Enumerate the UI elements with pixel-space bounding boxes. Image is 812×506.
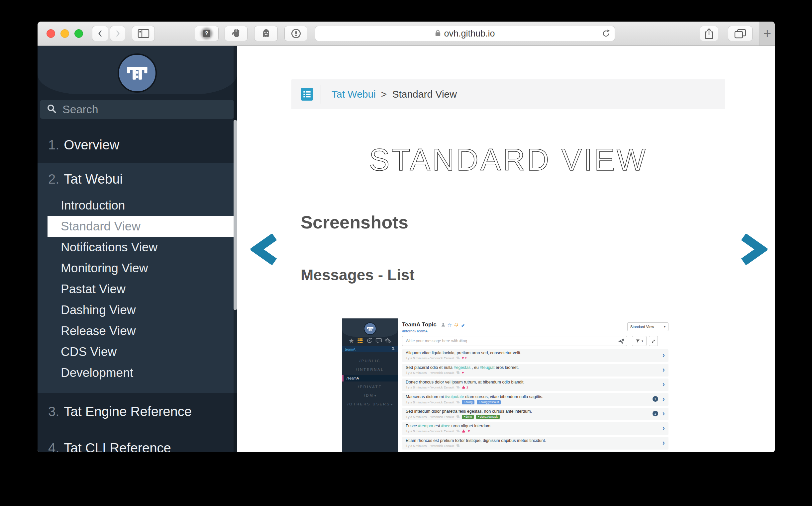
tab-overview-button[interactable] — [728, 26, 752, 41]
link-icon: % — [456, 429, 459, 433]
screenshot-canvas: ? ovh.github.io + — [0, 0, 812, 506]
extension-button-2[interactable] — [225, 26, 247, 41]
screenshots-heading: Screenshots — [301, 212, 408, 232]
app-message-meta: il y a 5 minutes – Yvonnick Esnault%♥ — [406, 429, 655, 433]
search-input[interactable] — [62, 103, 228, 116]
sidebar-item-pastat-view[interactable]: Pastat View — [38, 278, 237, 300]
app-message-row: Suspendisse non dolor ultricies, laoreet… — [402, 451, 668, 452]
sidebar-item-label: Overview — [64, 138, 119, 152]
breadcrumb-divider — [320, 85, 321, 104]
reload-button[interactable] — [601, 29, 611, 39]
extension-button-1[interactable]: ? — [195, 26, 219, 41]
breadcrumb-current-page: Standard View — [392, 89, 457, 100]
app-search-value: teamA — [345, 347, 391, 351]
new-tab-button[interactable]: + — [759, 21, 775, 46]
chevron-right-icon: › — [662, 439, 665, 446]
pencil-icon — [460, 322, 465, 327]
sidebar-item-label: Tat Engine Reference — [64, 404, 192, 419]
address-bar[interactable]: ovh.github.io — [315, 26, 615, 41]
chevron-right-icon: › — [662, 396, 665, 403]
app-message-text: Sed interdum dolor pharetra felis egesta… — [406, 409, 655, 414]
question-badge-icon: ? — [203, 30, 210, 37]
app-screenshot-image[interactable]: ★ teamA /PUBLIC/INTERNAL/ — [342, 318, 669, 452]
app-topic-actions: ☆ — [441, 322, 465, 327]
thumbs-up-icon — [462, 429, 465, 433]
caret-down-icon: ▾ — [642, 339, 643, 343]
caret-down-icon: ▾ — [374, 394, 376, 398]
forward-button[interactable] — [110, 26, 125, 41]
sidebar-scrollbar-thumb[interactable] — [234, 120, 237, 310]
search-box[interactable] — [40, 100, 234, 119]
app-message-row: Sed placerat odio et nulla #egestas , eu… — [402, 364, 668, 376]
doc-main: Tat Webui > Standard View STANDARD VIEW … — [237, 46, 775, 452]
sidebar-toggle-button[interactable] — [132, 26, 155, 41]
app-expand-button — [649, 336, 658, 346]
app-message-meta: il y a 5 minutes – Yvonnick Esnault%• do… — [406, 400, 655, 404]
minimize-window-button[interactable] — [61, 29, 69, 38]
sidebar-item-notifications-view[interactable]: Notifications View — [38, 237, 237, 258]
previous-page-arrow[interactable] — [250, 234, 279, 265]
sidebar-item-tat-webui[interactable]: 2.Tat Webui — [38, 163, 237, 195]
link-icon: % — [456, 386, 459, 389]
app-channel-dm: /DM ▾ — [342, 391, 398, 400]
app-channel-public: /PUBLIC — [342, 357, 398, 365]
next-page-arrow[interactable] — [739, 234, 767, 265]
app-message-row: Donec rhoncus dolor vel ipsum rutrum, at… — [402, 378, 668, 391]
topics-list-icon — [357, 337, 363, 344]
zoom-window-button[interactable] — [74, 29, 83, 38]
sidebar-item-development[interactable]: Development — [38, 362, 237, 383]
heart-icon: ♥ — [462, 371, 464, 374]
sidebar-item-introduction[interactable]: Introduction — [38, 195, 237, 216]
message-label-badge: • done — [462, 415, 474, 419]
forward-icon — [114, 28, 122, 38]
breadcrumb: Tat Webui > Standard View — [291, 79, 725, 109]
hand-stop-icon — [231, 28, 241, 39]
extension-button-4[interactable] — [284, 26, 307, 41]
one-password-icon — [291, 28, 301, 39]
heart-icon: ♥ — [468, 429, 470, 433]
share-icon — [704, 27, 714, 39]
breadcrumb-section-link[interactable]: Tat Webui — [331, 89, 376, 100]
sidebar-item-overview[interactable]: 1.Overview — [38, 126, 237, 163]
app-message-text: Donec rhoncus dolor vel ipsum rutrum, at… — [406, 380, 655, 385]
sidebar-item-release-view[interactable]: Release View — [38, 320, 237, 341]
app-channel-list: /PUBLIC/INTERNAL/TeamA/PRIVATE/DM ▾/OTHE… — [342, 357, 398, 408]
star-outline-icon: ☆ — [448, 322, 452, 327]
sidebar-item-tat-cli-reference[interactable]: 4.Tat CLI Reference — [38, 430, 237, 452]
tabs-icon — [734, 28, 746, 38]
app-filter-button: ▾ — [632, 336, 647, 346]
close-window-button[interactable] — [47, 29, 55, 38]
sidebar-item-standard-view[interactable]: Standard View — [48, 216, 237, 237]
app-channel-internal: /INTERNAL — [342, 365, 398, 374]
ghost-icon — [261, 28, 272, 39]
app-message-text: Maecenas dictum mi #vulputate diam cursu… — [406, 395, 655, 399]
heart-icon: ♥ — [462, 356, 464, 360]
app-channel-private: /PRIVATE — [342, 383, 398, 391]
chat-bubble-icon — [375, 337, 382, 344]
app-message-row: Fusce #tempor est #nec urna aliquet inte… — [402, 422, 668, 435]
chevron-right-icon: › — [662, 352, 665, 359]
extension-button-3[interactable] — [254, 26, 278, 41]
back-button[interactable] — [92, 26, 108, 41]
sidebar-item-monitoring-view[interactable]: Monitoring View — [38, 258, 237, 278]
link-icon: % — [456, 415, 459, 419]
reply-counter-badge: 2 — [653, 411, 658, 416]
nav-section-tat-webui: 2.Tat WebuiIntroductionStandard ViewNoti… — [38, 163, 237, 393]
sidebar-item-cds-view[interactable]: CDS View — [38, 341, 237, 362]
link-icon: % — [456, 444, 459, 447]
funnel-icon — [635, 339, 640, 344]
sidebar-item-tat-engine-reference[interactable]: 3.Tat Engine Reference — [38, 393, 237, 430]
app-channel-others-users: /OTHERS USERS ▾ — [342, 400, 398, 408]
sidebar-item-dashing-view[interactable]: Dashing View — [38, 300, 237, 320]
chevron-right-icon: › — [662, 366, 665, 373]
app-message-meta: il y a 5 minutes – Yvonnick Esnault%• do… — [406, 415, 655, 419]
message-label-badge: • done:yesnault — [476, 415, 499, 419]
app-search-icon — [391, 347, 395, 351]
chevron-right-icon: › — [662, 410, 665, 417]
search-icon — [47, 104, 57, 115]
app-message-row: Etiam rhoncus est pretium tortor tristiq… — [402, 437, 668, 449]
nav-number: 3. — [48, 404, 59, 419]
reply-counter-badge: 1 — [653, 396, 658, 402]
app-message-text: Sed placerat odio et nulla #egestas , eu… — [406, 365, 655, 370]
share-button[interactable] — [700, 26, 718, 41]
